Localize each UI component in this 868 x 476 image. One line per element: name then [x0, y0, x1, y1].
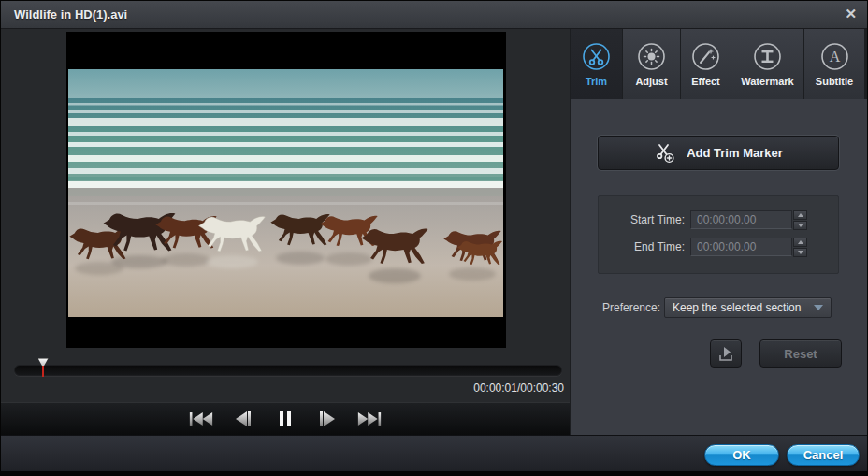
skip-to-end-icon [357, 411, 382, 427]
end-time-spinner [793, 238, 807, 257]
skip-to-start-icon [189, 411, 213, 427]
tab-label: Subtitle [816, 76, 853, 87]
edit-panel: Trim Adjust [570, 29, 867, 435]
add-trim-marker-label: Add Trim Marker [687, 146, 783, 160]
arrow-up-icon [798, 240, 803, 244]
seek-track[interactable] [14, 365, 562, 376]
end-time-spin-down[interactable] [793, 248, 807, 257]
tab-effect[interactable]: Effect [681, 29, 731, 99]
watermark-text-icon [753, 42, 782, 71]
start-time-label: Start Time: [599, 213, 690, 226]
step-forward-icon [319, 411, 336, 427]
ok-button[interactable]: OK [704, 444, 779, 466]
scissors-icon [582, 42, 611, 71]
cancel-button[interactable]: Cancel [787, 444, 860, 466]
close-icon[interactable]: ✕ [845, 6, 857, 22]
end-time-spin-up[interactable] [793, 238, 807, 247]
tab-label: Effect [691, 76, 720, 87]
video-player-panel: 00:00:01/00:00:30 [1, 29, 570, 435]
tab-adjust[interactable]: Adjust [623, 29, 681, 99]
step-back-button[interactable] [230, 410, 256, 428]
play-selection-button[interactable] [710, 339, 742, 368]
transport-bar [1, 402, 570, 435]
end-time-label: End Time: [599, 240, 690, 253]
playhead-line [42, 365, 44, 377]
arrow-down-icon [798, 251, 803, 254]
window-title: Wildlife in HD(1).avi [14, 7, 127, 22]
magic-wand-icon [691, 42, 720, 71]
tab-subtitle[interactable]: A Subtitle [804, 29, 864, 99]
title-bar: Wildlife in HD(1).avi ✕ [1, 1, 867, 29]
tab-label: Trim [586, 76, 607, 87]
tab-label: Adjust [635, 76, 667, 87]
video-preview [66, 32, 506, 348]
scissors-plus-icon [654, 142, 676, 165]
pause-button[interactable] [272, 410, 298, 428]
skip-to-start-button[interactable] [188, 410, 214, 428]
start-time-input[interactable] [690, 210, 792, 229]
step-back-icon [235, 411, 252, 427]
preference-label: Preference: [571, 301, 664, 314]
preference-dropdown[interactable]: Keep the selected section [664, 297, 832, 318]
tab-trim[interactable]: Trim [571, 29, 623, 99]
arrow-down-icon [798, 224, 803, 227]
trim-time-group: Start Time: End Time: [598, 195, 839, 274]
add-trim-marker-button[interactable]: Add Trim Marker [598, 136, 839, 170]
dialog-window: Wildlife in HD(1).avi ✕ [0, 0, 868, 476]
skip-to-end-button[interactable] [356, 410, 383, 428]
reset-button[interactable]: Reset [760, 339, 842, 368]
preference-selected-value: Keep the selected section [673, 301, 814, 314]
video-frame-horses-beach [68, 69, 503, 317]
chevron-down-icon [814, 305, 823, 310]
start-time-spin-down[interactable] [793, 221, 807, 230]
start-time-spinner [793, 210, 807, 230]
footer-bar: OK Cancel [1, 435, 867, 471]
pause-icon [279, 411, 292, 427]
time-display: 00:00:01/00:00:30 [473, 382, 564, 395]
window-bottom-edge [1, 471, 867, 475]
subtitle-letter-icon: A [820, 42, 849, 71]
arrow-up-icon [798, 213, 803, 217]
svg-text:A: A [829, 49, 840, 65]
step-forward-button[interactable] [314, 410, 340, 428]
reset-label: Reset [784, 347, 817, 361]
playhead-flag-icon [38, 358, 49, 366]
playhead[interactable] [37, 358, 49, 377]
start-time-spin-up[interactable] [793, 210, 807, 220]
tab-bar: Trim Adjust [571, 29, 867, 99]
tab-watermark[interactable]: Watermark [731, 29, 804, 99]
tab-label: Watermark [741, 76, 793, 87]
play-segment-icon [716, 344, 735, 363]
brightness-icon [637, 42, 666, 71]
end-time-input[interactable] [690, 238, 792, 256]
